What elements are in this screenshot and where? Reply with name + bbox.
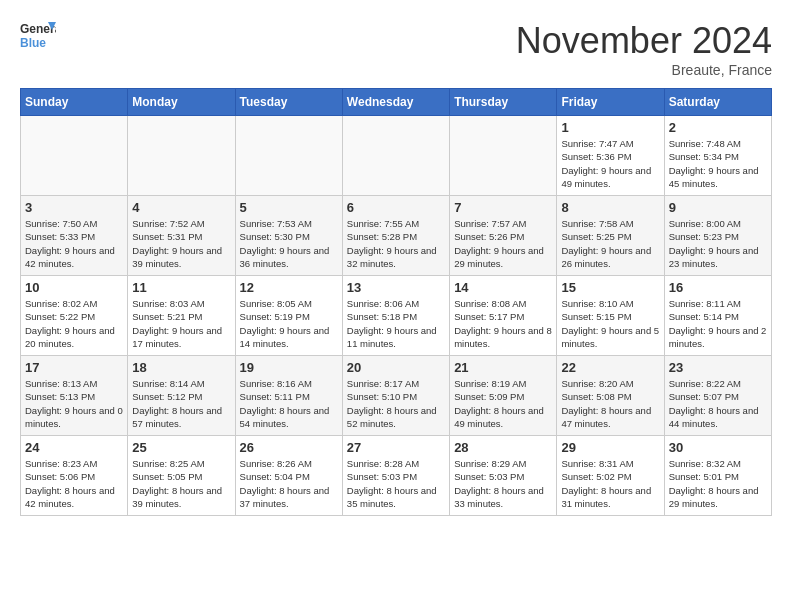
calendar-cell: 8Sunrise: 7:58 AM Sunset: 5:25 PM Daylig…: [557, 196, 664, 276]
calendar-cell: 24Sunrise: 8:23 AM Sunset: 5:06 PM Dayli…: [21, 436, 128, 516]
calendar-row: 3Sunrise: 7:50 AM Sunset: 5:33 PM Daylig…: [21, 196, 772, 276]
calendar-cell: 11Sunrise: 8:03 AM Sunset: 5:21 PM Dayli…: [128, 276, 235, 356]
calendar-table: SundayMondayTuesdayWednesdayThursdayFrid…: [20, 88, 772, 516]
day-number: 9: [669, 200, 767, 215]
weekday-header: Friday: [557, 89, 664, 116]
day-number: 19: [240, 360, 338, 375]
weekday-header-row: SundayMondayTuesdayWednesdayThursdayFrid…: [21, 89, 772, 116]
day-number: 17: [25, 360, 123, 375]
calendar-cell: 25Sunrise: 8:25 AM Sunset: 5:05 PM Dayli…: [128, 436, 235, 516]
day-number: 7: [454, 200, 552, 215]
day-info: Sunrise: 8:14 AM Sunset: 5:12 PM Dayligh…: [132, 377, 230, 430]
day-info: Sunrise: 7:58 AM Sunset: 5:25 PM Dayligh…: [561, 217, 659, 270]
day-info: Sunrise: 8:19 AM Sunset: 5:09 PM Dayligh…: [454, 377, 552, 430]
day-number: 3: [25, 200, 123, 215]
calendar-cell: 15Sunrise: 8:10 AM Sunset: 5:15 PM Dayli…: [557, 276, 664, 356]
calendar-cell: [128, 116, 235, 196]
logo-svg: General Blue: [20, 20, 56, 50]
day-info: Sunrise: 8:23 AM Sunset: 5:06 PM Dayligh…: [25, 457, 123, 510]
day-number: 2: [669, 120, 767, 135]
calendar-cell: [342, 116, 449, 196]
calendar-cell: 18Sunrise: 8:14 AM Sunset: 5:12 PM Dayli…: [128, 356, 235, 436]
calendar-cell: 30Sunrise: 8:32 AM Sunset: 5:01 PM Dayli…: [664, 436, 771, 516]
day-number: 15: [561, 280, 659, 295]
calendar-cell: 5Sunrise: 7:53 AM Sunset: 5:30 PM Daylig…: [235, 196, 342, 276]
calendar-cell: 17Sunrise: 8:13 AM Sunset: 5:13 PM Dayli…: [21, 356, 128, 436]
svg-text:Blue: Blue: [20, 36, 46, 50]
day-info: Sunrise: 7:52 AM Sunset: 5:31 PM Dayligh…: [132, 217, 230, 270]
day-info: Sunrise: 8:25 AM Sunset: 5:05 PM Dayligh…: [132, 457, 230, 510]
day-number: 26: [240, 440, 338, 455]
calendar-cell: 16Sunrise: 8:11 AM Sunset: 5:14 PM Dayli…: [664, 276, 771, 356]
month-title: November 2024: [516, 20, 772, 62]
day-number: 4: [132, 200, 230, 215]
day-number: 13: [347, 280, 445, 295]
calendar-cell: [450, 116, 557, 196]
day-info: Sunrise: 8:00 AM Sunset: 5:23 PM Dayligh…: [669, 217, 767, 270]
day-number: 24: [25, 440, 123, 455]
day-info: Sunrise: 7:55 AM Sunset: 5:28 PM Dayligh…: [347, 217, 445, 270]
calendar-cell: 22Sunrise: 8:20 AM Sunset: 5:08 PM Dayli…: [557, 356, 664, 436]
day-number: 10: [25, 280, 123, 295]
day-number: 6: [347, 200, 445, 215]
calendar-cell: 7Sunrise: 7:57 AM Sunset: 5:26 PM Daylig…: [450, 196, 557, 276]
day-info: Sunrise: 8:16 AM Sunset: 5:11 PM Dayligh…: [240, 377, 338, 430]
day-info: Sunrise: 8:02 AM Sunset: 5:22 PM Dayligh…: [25, 297, 123, 350]
day-info: Sunrise: 8:29 AM Sunset: 5:03 PM Dayligh…: [454, 457, 552, 510]
location: Breaute, France: [516, 62, 772, 78]
day-info: Sunrise: 8:20 AM Sunset: 5:08 PM Dayligh…: [561, 377, 659, 430]
day-info: Sunrise: 8:22 AM Sunset: 5:07 PM Dayligh…: [669, 377, 767, 430]
day-number: 25: [132, 440, 230, 455]
calendar-cell: 6Sunrise: 7:55 AM Sunset: 5:28 PM Daylig…: [342, 196, 449, 276]
calendar-cell: 4Sunrise: 7:52 AM Sunset: 5:31 PM Daylig…: [128, 196, 235, 276]
day-number: 14: [454, 280, 552, 295]
calendar-row: 17Sunrise: 8:13 AM Sunset: 5:13 PM Dayli…: [21, 356, 772, 436]
day-number: 22: [561, 360, 659, 375]
calendar-cell: 1Sunrise: 7:47 AM Sunset: 5:36 PM Daylig…: [557, 116, 664, 196]
calendar-cell: 23Sunrise: 8:22 AM Sunset: 5:07 PM Dayli…: [664, 356, 771, 436]
calendar-cell: 3Sunrise: 7:50 AM Sunset: 5:33 PM Daylig…: [21, 196, 128, 276]
day-info: Sunrise: 8:28 AM Sunset: 5:03 PM Dayligh…: [347, 457, 445, 510]
day-info: Sunrise: 8:32 AM Sunset: 5:01 PM Dayligh…: [669, 457, 767, 510]
calendar-cell: [21, 116, 128, 196]
weekday-header: Tuesday: [235, 89, 342, 116]
day-number: 1: [561, 120, 659, 135]
calendar-cell: 10Sunrise: 8:02 AM Sunset: 5:22 PM Dayli…: [21, 276, 128, 356]
calendar-cell: 13Sunrise: 8:06 AM Sunset: 5:18 PM Dayli…: [342, 276, 449, 356]
weekday-header: Thursday: [450, 89, 557, 116]
day-number: 20: [347, 360, 445, 375]
day-number: 23: [669, 360, 767, 375]
day-number: 30: [669, 440, 767, 455]
day-info: Sunrise: 7:57 AM Sunset: 5:26 PM Dayligh…: [454, 217, 552, 270]
day-number: 11: [132, 280, 230, 295]
weekday-header: Wednesday: [342, 89, 449, 116]
day-number: 27: [347, 440, 445, 455]
day-info: Sunrise: 7:48 AM Sunset: 5:34 PM Dayligh…: [669, 137, 767, 190]
day-number: 21: [454, 360, 552, 375]
calendar-cell: 26Sunrise: 8:26 AM Sunset: 5:04 PM Dayli…: [235, 436, 342, 516]
day-number: 8: [561, 200, 659, 215]
day-info: Sunrise: 8:26 AM Sunset: 5:04 PM Dayligh…: [240, 457, 338, 510]
title-block: November 2024 Breaute, France: [516, 20, 772, 78]
day-info: Sunrise: 8:17 AM Sunset: 5:10 PM Dayligh…: [347, 377, 445, 430]
day-info: Sunrise: 8:05 AM Sunset: 5:19 PM Dayligh…: [240, 297, 338, 350]
weekday-header: Monday: [128, 89, 235, 116]
day-info: Sunrise: 8:08 AM Sunset: 5:17 PM Dayligh…: [454, 297, 552, 350]
day-info: Sunrise: 8:06 AM Sunset: 5:18 PM Dayligh…: [347, 297, 445, 350]
day-info: Sunrise: 7:53 AM Sunset: 5:30 PM Dayligh…: [240, 217, 338, 270]
weekday-header: Sunday: [21, 89, 128, 116]
day-info: Sunrise: 8:13 AM Sunset: 5:13 PM Dayligh…: [25, 377, 123, 430]
day-info: Sunrise: 8:11 AM Sunset: 5:14 PM Dayligh…: [669, 297, 767, 350]
day-info: Sunrise: 8:10 AM Sunset: 5:15 PM Dayligh…: [561, 297, 659, 350]
calendar-cell: 12Sunrise: 8:05 AM Sunset: 5:19 PM Dayli…: [235, 276, 342, 356]
calendar-cell: 14Sunrise: 8:08 AM Sunset: 5:17 PM Dayli…: [450, 276, 557, 356]
day-number: 16: [669, 280, 767, 295]
calendar-cell: 2Sunrise: 7:48 AM Sunset: 5:34 PM Daylig…: [664, 116, 771, 196]
calendar-cell: 19Sunrise: 8:16 AM Sunset: 5:11 PM Dayli…: [235, 356, 342, 436]
day-number: 5: [240, 200, 338, 215]
calendar-row: 1Sunrise: 7:47 AM Sunset: 5:36 PM Daylig…: [21, 116, 772, 196]
day-number: 29: [561, 440, 659, 455]
calendar-cell: 20Sunrise: 8:17 AM Sunset: 5:10 PM Dayli…: [342, 356, 449, 436]
day-info: Sunrise: 8:31 AM Sunset: 5:02 PM Dayligh…: [561, 457, 659, 510]
day-number: 28: [454, 440, 552, 455]
